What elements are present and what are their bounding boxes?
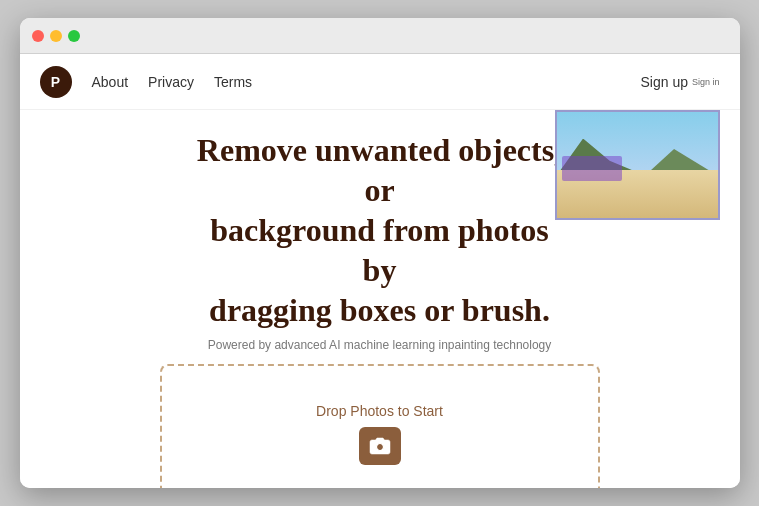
nav-links: About Privacy Terms [92,74,253,90]
hero-heading: Remove unwanted objects, or background f… [197,130,562,330]
camera-icon [359,427,401,465]
photo-preview [555,110,720,220]
browser-content: P About Privacy Terms Sign up Sign in [20,54,740,488]
selection-overlay [562,156,622,181]
drop-zone[interactable]: Drop Photos to Start [160,364,600,488]
main-content: Remove unwanted objects, or background f… [20,110,740,488]
minimize-button[interactable] [50,30,62,42]
navbar: P About Privacy Terms Sign up Sign in [20,54,740,110]
photo-preview-inner [557,112,718,218]
hero-subtitle: Powered by advanced AI machine learning … [208,338,552,352]
nav-about[interactable]: About [92,74,129,90]
browser-chrome [20,18,740,54]
signup-button[interactable]: Sign up Sign in [640,74,719,90]
nav-privacy[interactable]: Privacy [148,74,194,90]
browser-window: P About Privacy Terms Sign up Sign in [20,18,740,488]
nav-terms[interactable]: Terms [214,74,252,90]
svg-point-0 [376,444,383,451]
drop-label: Drop Photos to Start [316,403,443,419]
brand-logo[interactable]: P [40,66,72,98]
traffic-lights [32,30,80,42]
maximize-button[interactable] [68,30,80,42]
close-button[interactable] [32,30,44,42]
